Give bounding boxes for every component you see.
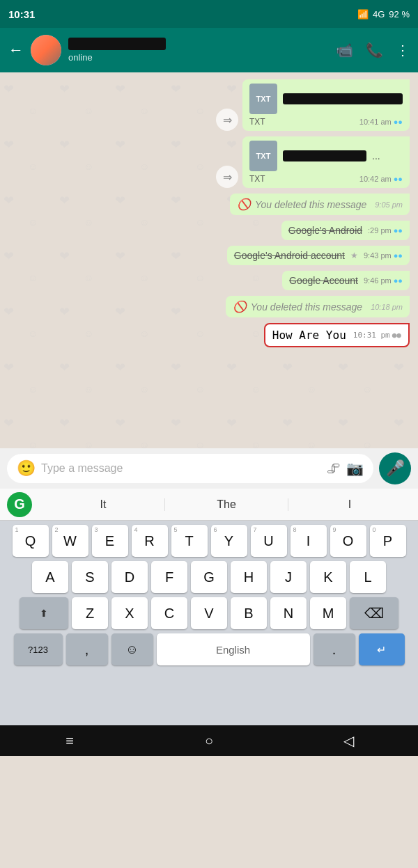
signal-icon: 📶 [357, 9, 369, 19]
menu-button[interactable]: ≡ [0, 733, 139, 749]
message-row: ⇒ TXT TXT 10:41 am ●● [8, 79, 410, 131]
attach-icon[interactable]: 🖇 [327, 461, 341, 477]
comma-key[interactable]: , [66, 633, 108, 665]
key-n[interactable]: N [270, 597, 307, 629]
chat-bubble[interactable]: Google's Android :29 pm ●● [281, 221, 410, 240]
read-ticks: ●● [394, 118, 403, 126]
suggestion-it[interactable]: It [42, 498, 165, 511]
key-i[interactable]: 8I [291, 525, 327, 557]
key-d[interactable]: D [111, 561, 148, 593]
bottom-nav: ≡ ○ ◁ [0, 725, 418, 756]
file-type-icon: TXT [249, 84, 277, 114]
key-u[interactable]: 7U [251, 525, 287, 557]
key-v[interactable]: V [191, 597, 227, 629]
key-z[interactable]: Z [72, 597, 108, 629]
message-time: :29 pm ●● [368, 226, 403, 235]
message-row: ⇒ TXT ... TXT 10:42 am ●● [8, 136, 410, 188]
key-m[interactable]: M [310, 597, 346, 629]
key-j[interactable]: J [270, 561, 307, 593]
backspace-key[interactable]: ⌫ [350, 597, 398, 629]
emoji-icon[interactable]: 🙂 [17, 459, 36, 478]
suggestions-bar: G It The I [0, 489, 418, 521]
message-time: 10:42 am ●● [359, 175, 403, 183]
key-y[interactable]: 6Y [211, 525, 247, 557]
message-text: How Are You [272, 329, 346, 342]
star-icon: ★ [350, 251, 358, 260]
shift-key[interactable]: ⬆ [20, 597, 68, 629]
chat-bubble[interactable]: Google's Android account ★ 9:43 pm ●● [227, 246, 410, 265]
deleted-text: You deleted this message [251, 301, 362, 313]
message-time: 9:46 pm ●● [364, 276, 403, 285]
deleted-message-bubble: 🚫 You deleted this message 10:18 pm [226, 296, 410, 317]
message-row: 🚫 You deleted this message 10:18 pm [8, 296, 410, 317]
key-rows: 1Q 2W 3E 4R 5T 6Y 7U 8I 9O 0P A S D F G … [0, 521, 418, 725]
voice-call-icon[interactable]: 📞 [366, 42, 383, 58]
chat-area: ⇒ TXT TXT 10:41 am ●● ⇒ TXT ... T [0, 72, 418, 448]
period-key[interactable]: . [314, 633, 355, 665]
key-k[interactable]: K [310, 561, 346, 593]
message-input-area: 🙂 Type a message 🖇 📷 🎤 [0, 448, 418, 489]
key-w[interactable]: 2W [52, 525, 88, 557]
symbols-key[interactable]: ?123 [14, 633, 63, 665]
chat-bubble[interactable]: Google Account 9:46 pm ●● [282, 271, 410, 290]
home-button[interactable]: ○ [139, 733, 279, 749]
highlighted-message-bubble[interactable]: How Are You 10:31 pm ●● [264, 323, 410, 347]
key-b[interactable]: B [231, 597, 267, 629]
status-bar: 10:31 📶 4G 92 % [0, 0, 418, 28]
key-r[interactable]: 4R [132, 525, 168, 557]
suggestion-i[interactable]: I [288, 498, 411, 511]
key-e[interactable]: 3E [92, 525, 128, 557]
status-time: 10:31 [8, 8, 35, 20]
message-text: Google's Android account [234, 250, 345, 261]
message-row: How Are You 10:31 pm ●● [8, 323, 410, 347]
enter-key[interactable]: ↵ [359, 633, 405, 665]
deleted-icon: 🚫 [233, 300, 247, 313]
camera-icon[interactable]: 📷 [346, 460, 364, 477]
key-q[interactable]: 1Q [13, 525, 49, 557]
grammarly-icon[interactable]: G [7, 492, 32, 517]
back-button[interactable]: ← [8, 41, 24, 59]
file-label: TXT [249, 117, 265, 127]
key-x[interactable]: X [111, 597, 148, 629]
chat-bubble[interactable]: TXT ... TXT 10:42 am ●● [242, 136, 410, 188]
mic-button[interactable]: 🎤 [379, 452, 411, 484]
file-name [283, 150, 366, 161]
contact-status: online [68, 52, 329, 63]
avatar[interactable] [31, 35, 61, 65]
message-row: Google's Android :29 pm ●● [8, 221, 410, 240]
contact-info: online [68, 38, 329, 63]
chat-bubble[interactable]: TXT TXT 10:41 am ●● [242, 79, 410, 131]
message-time: 10:18 pm [371, 303, 403, 311]
file-label: TXT [249, 174, 265, 184]
contact-name [68, 38, 166, 50]
key-p[interactable]: 0P [370, 525, 406, 557]
suggestion-the[interactable]: The [165, 498, 288, 511]
key-s[interactable]: S [72, 561, 108, 593]
message-row: 🚫 You deleted this message 9:05 pm [8, 194, 410, 215]
menu-icon[interactable]: ⋮ [396, 42, 410, 58]
read-ticks: ●● [392, 331, 401, 340]
video-call-icon[interactable]: 📹 [336, 42, 353, 58]
key-c[interactable]: C [151, 597, 187, 629]
key-t[interactable]: 5T [171, 525, 208, 557]
file-type-icon: TXT [249, 141, 277, 171]
spacebar[interactable]: English [157, 633, 310, 665]
emoji-keyboard-key[interactable]: ☺ [111, 633, 153, 665]
key-f[interactable]: F [151, 561, 187, 593]
input-box[interactable]: 🙂 Type a message 🖇 📷 [7, 454, 373, 483]
keyboard-row-3: ⬆ Z X C V B N M ⌫ [3, 597, 415, 629]
back-button-nav[interactable]: ◁ [279, 732, 418, 749]
key-g[interactable]: G [191, 561, 227, 593]
key-h[interactable]: H [231, 561, 267, 593]
forward-icon[interactable]: ⇒ [216, 109, 238, 131]
message-text: Google's Android [288, 225, 362, 236]
read-ticks: ●● [394, 175, 403, 183]
deleted-message-bubble: 🚫 You deleted this message 9:05 pm [230, 194, 410, 215]
forward-icon[interactable]: ⇒ [216, 166, 238, 188]
network-type: 4G [373, 9, 385, 19]
key-a[interactable]: A [32, 561, 68, 593]
deleted-icon: 🚫 [237, 198, 251, 211]
key-o[interactable]: 9O [330, 525, 366, 557]
key-l[interactable]: L [350, 561, 386, 593]
message-text: Google Account [289, 275, 358, 286]
